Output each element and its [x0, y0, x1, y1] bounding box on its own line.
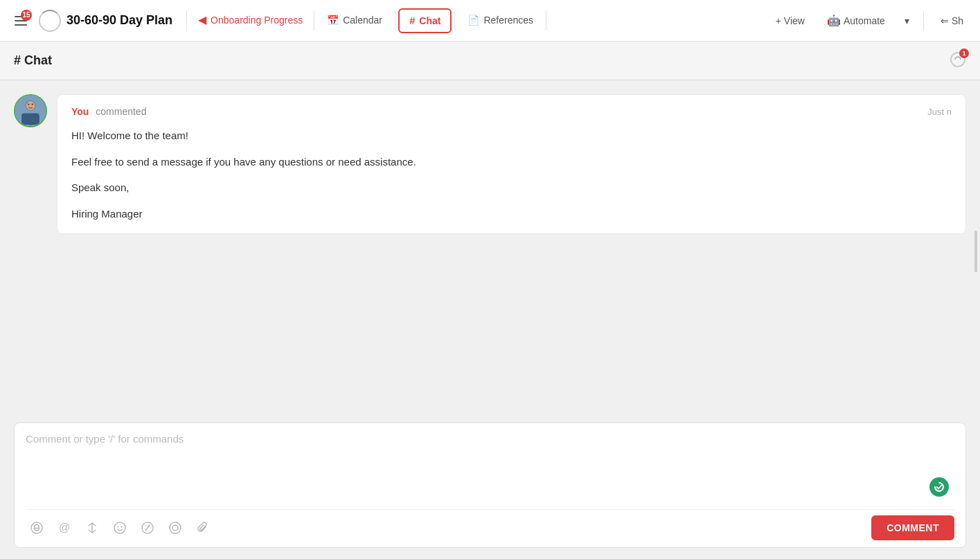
svg-point-18 [170, 522, 181, 533]
topbar: 15 30-60-90 Day Plan ◀ Onboarding Progre… [0, 0, 980, 42]
svg-point-7 [26, 101, 35, 110]
emoji-icon[interactable] [109, 517, 131, 539]
comment-card: You commented Just n HI! Welcome to the … [14, 94, 966, 234]
page-header-right: 1 [950, 51, 966, 71]
share-button[interactable]: ⇐ Sh [932, 8, 972, 33]
nav-divider-3 [395, 11, 395, 30]
main-content: You commented Just n HI! Welcome to the … [0, 80, 980, 559]
hash-icon: # [409, 15, 415, 26]
loading-spinner [39, 10, 61, 32]
comment-line1: HI! Welcome to the team! [71, 127, 952, 145]
comment-line2: Feel free to send a message if you have … [71, 153, 952, 171]
nav-item-chat[interactable]: # Chat [398, 8, 452, 33]
page-header: # Chat 1 [0, 42, 980, 80]
nav-divider-1 [186, 11, 187, 30]
comment-header: You commented Just n [71, 106, 952, 117]
svg-point-15 [121, 526, 123, 528]
input-wrapper [26, 433, 954, 502]
notifications-button[interactable]: 1 [950, 51, 966, 71]
comment-button[interactable]: COMMENT [871, 515, 954, 540]
avatar-svg [15, 94, 46, 126]
share-label: Sh [952, 15, 963, 26]
comment-line4: Hiring Manager [71, 205, 952, 223]
automate-icon: 🤖 [827, 14, 841, 27]
svg-line-17 [145, 525, 150, 531]
nav-divider-2 [314, 11, 314, 30]
nav-divider-5 [546, 11, 546, 30]
input-toolbar: @ [26, 509, 954, 540]
comment-timestamp: Just n [927, 107, 952, 117]
svg-point-8 [28, 104, 29, 105]
comment-line3: Speak soon, [71, 179, 952, 197]
slash-command-icon[interactable] [136, 517, 159, 539]
attach-icon[interactable] [192, 517, 214, 539]
svg-rect-2 [15, 24, 27, 26]
nav-item-references[interactable]: 📄 References [458, 0, 543, 41]
nav-divider-6 [923, 11, 924, 30]
calendar-icon: 📅 [327, 15, 339, 26]
page-title: 30-60-90 Day Plan [66, 13, 172, 28]
comment-input[interactable] [26, 433, 954, 502]
avatar [14, 94, 47, 127]
comment-author: You commented [71, 106, 146, 117]
nav-item-onboarding[interactable]: ◀ Onboarding Progress [190, 0, 311, 41]
notification-badge: 15 [21, 10, 32, 21]
record-icon[interactable] [164, 517, 186, 539]
format-icon[interactable] [81, 517, 103, 539]
references-label: References [483, 15, 533, 26]
svg-rect-10 [21, 114, 39, 125]
calendar-label: Calendar [343, 15, 382, 26]
svg-point-19 [172, 525, 178, 531]
input-area: @ [14, 423, 966, 548]
grammarly-icon[interactable] [929, 477, 949, 497]
svg-point-12 [35, 524, 39, 529]
topbar-right: + View 🤖 Automate ▾ ⇐ Sh [767, 8, 972, 33]
view-label: View [784, 15, 805, 26]
avatar-image [15, 96, 46, 126]
chevron-left-icon: ◀ [198, 13, 206, 26]
author-name: You [71, 106, 89, 117]
comment-text: HI! Welcome to the team! Feel free to se… [71, 127, 952, 222]
topbar-nav: ◀ Onboarding Progress 📅 Calendar # Chat … [184, 0, 549, 41]
grammarly-svg [934, 481, 945, 493]
plus-icon: + [776, 15, 781, 26]
view-button[interactable]: + View [767, 8, 813, 33]
svg-point-13 [114, 522, 125, 533]
scroll-indicator [974, 231, 977, 272]
mention-user-icon[interactable] [26, 517, 48, 539]
dropdown-chevron-icon[interactable]: ▾ [899, 15, 915, 26]
chat-label: Chat [419, 15, 440, 26]
share-icon: ⇐ [941, 15, 949, 26]
chat-page-title: # Chat [14, 53, 52, 68]
svg-point-9 [32, 104, 33, 105]
author-action: commented [96, 106, 146, 117]
doc-icon: 📄 [467, 15, 479, 26]
bell-badge: 1 [959, 48, 969, 58]
comment-area: You commented Just n HI! Welcome to the … [0, 80, 980, 423]
svg-point-14 [118, 526, 119, 528]
nav-divider-4 [454, 11, 455, 30]
automate-label: Automate [844, 15, 885, 26]
comment-body: You commented Just n HI! Welcome to the … [57, 94, 966, 234]
at-mention-icon[interactable]: @ [53, 517, 75, 539]
input-icons: @ [26, 517, 214, 539]
hamburger-button[interactable]: 15 [8, 8, 33, 33]
automate-button[interactable]: 🤖 Automate [819, 8, 893, 33]
onboarding-label: Onboarding Progress [211, 15, 303, 26]
nav-item-calendar[interactable]: 📅 Calendar [317, 0, 392, 41]
